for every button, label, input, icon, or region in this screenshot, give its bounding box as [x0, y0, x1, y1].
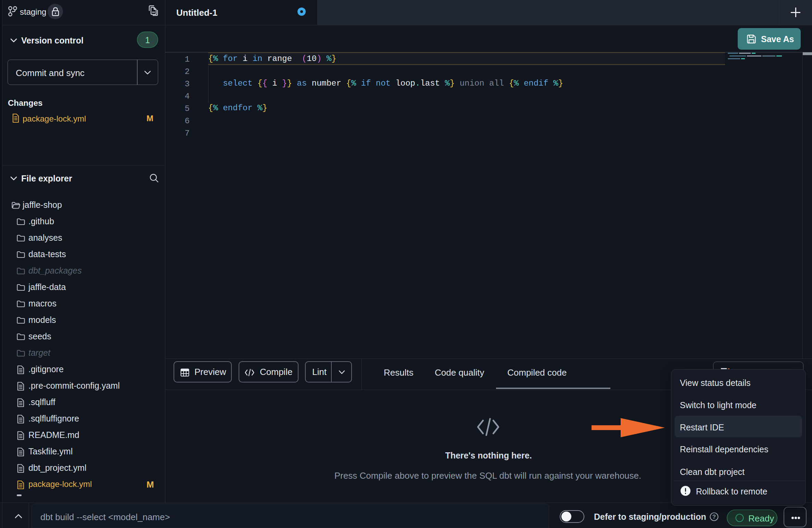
svg-text:?: ? — [712, 514, 716, 520]
